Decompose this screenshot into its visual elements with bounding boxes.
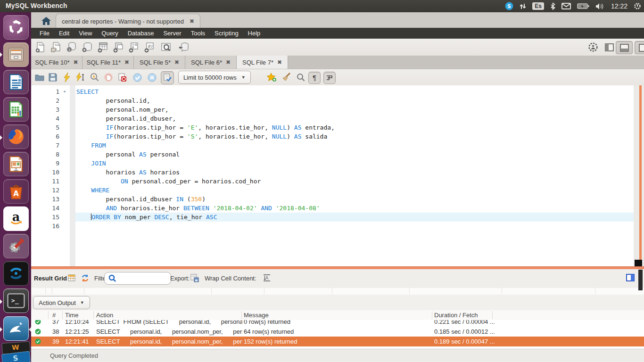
- menu-view[interactable]: View: [74, 29, 97, 38]
- code-line[interactable]: 5 IF(horarios.tip_hor = 'E', horarios.ti…: [31, 123, 634, 132]
- wrap-text-button[interactable]: [323, 72, 336, 84]
- action-output-dropdown[interactable]: Action Output ▼: [33, 296, 90, 309]
- code-line[interactable]: 8 personal AS personal: [31, 150, 634, 159]
- bluetooth-icon[interactable]: [550, 2, 555, 10]
- code-line[interactable]: 15 ORDER BY nom_per DESC, tie_hor ASC: [31, 213, 634, 222]
- launcher-item-impress[interactable]: [3, 152, 29, 176]
- find-button[interactable]: [295, 72, 306, 83]
- close-icon[interactable]: ✖: [277, 59, 282, 66]
- code-line[interactable]: 3 personal.nom_per,: [31, 105, 634, 114]
- ubuntu-dash-button[interactable]: [3, 15, 29, 40]
- menu-file[interactable]: File: [35, 29, 54, 38]
- launcher-item-settings[interactable]: [3, 234, 29, 258]
- launcher-item-calc[interactable]: [3, 97, 29, 122]
- close-icon[interactable]: ✖: [226, 59, 231, 66]
- panel-toggle-blue-icon[interactable]: [626, 274, 635, 281]
- result-grid-scrollbar[interactable]: [638, 270, 643, 290]
- sql-file-tab[interactable]: SQL File 5*✖: [134, 56, 185, 69]
- create-schema-button[interactable]: [81, 41, 94, 53]
- close-icon[interactable]: ✖: [174, 59, 179, 66]
- code-line[interactable]: 10 horarios AS horarios: [31, 168, 634, 177]
- inspector-button[interactable]: i: [65, 41, 78, 53]
- menu-edit[interactable]: Edit: [54, 29, 74, 38]
- mail-icon[interactable]: [561, 3, 571, 9]
- menu-database[interactable]: Database: [123, 29, 159, 38]
- launcher-item-mysql-workbench[interactable]: [3, 316, 29, 341]
- refresh-icon[interactable]: [81, 274, 89, 282]
- sql-file-tab[interactable]: SQL File 6*✖: [185, 56, 237, 69]
- close-icon[interactable]: ✖: [124, 59, 129, 66]
- preferences-button[interactable]: [586, 41, 600, 53]
- code-line[interactable]: 13 personal.id_dbuser IN (350): [31, 195, 634, 204]
- home-tab[interactable]: [37, 14, 56, 27]
- save-button[interactable]: [47, 72, 58, 83]
- code-line[interactable]: 9 JOIN: [31, 159, 634, 168]
- limit-rows-dropdown[interactable]: Limit to 50000 rows ▼: [178, 71, 251, 84]
- action-output-row[interactable]: 3912:21:41SELECT personal.id, personal.n…: [31, 337, 644, 346]
- editor-vertical-scrollbar[interactable]: [634, 85, 644, 266]
- toggle-sidebar-button[interactable]: [603, 41, 616, 53]
- sql-code-editor[interactable]: 1•SELECT2 personal.id,3 personal.nom_per…: [31, 85, 634, 266]
- battery-icon[interactable]: [577, 3, 589, 9]
- launcher-item-terminal[interactable]: >_: [3, 288, 29, 313]
- search-data-button[interactable]: [159, 41, 173, 53]
- sql-file-tab[interactable]: SQL File 7*✖: [237, 56, 288, 69]
- execute-query-button[interactable]: [61, 72, 73, 83]
- execute-current-statement-button[interactable]: [75, 72, 86, 83]
- beautify-query-button[interactable]: [281, 72, 292, 83]
- launcher-item-software-center[interactable]: A: [3, 179, 29, 204]
- code-line[interactable]: 4 personal.id_dbuser,: [31, 114, 634, 123]
- launcher-item-swirl-app[interactable]: [3, 261, 29, 286]
- create-procedure-button[interactable]: [127, 41, 140, 53]
- wrap-cell-icon[interactable]: A: [263, 274, 271, 281]
- toggle-secondary-sidebar-button[interactable]: [635, 41, 644, 54]
- menu-server[interactable]: Server: [158, 29, 186, 38]
- toggle-autocommit-button[interactable]: [161, 71, 174, 84]
- reconnect-dbms-button[interactable]: [177, 41, 190, 53]
- commit-button[interactable]: [132, 72, 143, 83]
- code-line[interactable]: 14 AND horarios.tie_hor BETWEEN '2018-04…: [31, 204, 634, 213]
- scrollbar-thumb[interactable]: [639, 85, 642, 266]
- close-icon[interactable]: ✖: [190, 18, 194, 25]
- open-sql-script-button[interactable]: SQL: [50, 41, 63, 53]
- menu-scripting[interactable]: Scripting: [210, 29, 243, 38]
- code-line[interactable]: 1•SELECT: [31, 87, 634, 96]
- action-output-row[interactable]: 3712:10:24SELECT FROM (SELECT personal.i…: [31, 320, 644, 327]
- clock[interactable]: 12:22: [611, 2, 627, 10]
- launcher-item-firefox[interactable]: [3, 124, 29, 149]
- create-view-button[interactable]: [112, 41, 125, 53]
- launcher-item-files[interactable]: [3, 42, 29, 67]
- sql-file-tab[interactable]: SQL File 10*✖: [31, 56, 83, 69]
- sql-file-tab[interactable]: SQL File 11*✖: [83, 56, 134, 69]
- code-line[interactable]: 6 IF(horarios.tip_hor = 'S', horarios.ti…: [31, 132, 634, 141]
- code-line[interactable]: 16: [31, 222, 634, 230]
- menu-tools[interactable]: Tools: [186, 29, 210, 38]
- launcher-item-writer[interactable]: [3, 70, 29, 94]
- session-gear-icon[interactable]: [634, 2, 641, 10]
- launcher-item-amazon[interactable]: a: [3, 206, 29, 231]
- connection-tab[interactable]: central de reportes - Warning - not supp…: [56, 14, 200, 28]
- code-line[interactable]: 12 WHERE: [31, 186, 634, 195]
- save-snippet-button[interactable]: [266, 72, 277, 83]
- show-invisibles-button[interactable]: ¶: [308, 72, 321, 84]
- skype-icon[interactable]: S: [505, 2, 513, 10]
- keyboard-layout-indicator[interactable]: Es: [532, 2, 544, 10]
- volume-icon[interactable]: [595, 3, 605, 10]
- create-table-button[interactable]: [96, 41, 109, 53]
- new-sql-tab-button[interactable]: SQL: [34, 41, 47, 53]
- export-icon[interactable]: [190, 274, 199, 282]
- code-line[interactable]: 7 FROM: [31, 141, 634, 150]
- rollback-button[interactable]: [146, 72, 157, 83]
- code-line[interactable]: 11 ON personal.cod_per = horarios.cod_ho…: [31, 177, 634, 186]
- create-function-button[interactable]: f(): [143, 41, 156, 53]
- stop-query-button[interactable]: [103, 72, 114, 83]
- open-file-button[interactable]: [34, 72, 45, 83]
- filter-rows-search-input[interactable]: [104, 272, 171, 285]
- toggle-stop-on-error-button[interactable]: [116, 72, 128, 83]
- menu-query[interactable]: Query: [97, 29, 123, 38]
- code-line[interactable]: 2 personal.id,: [31, 96, 634, 105]
- menu-help[interactable]: Help: [243, 29, 265, 38]
- action-output-row[interactable]: 3812:21:25SELECT personal.id, personal.n…: [31, 327, 644, 337]
- explain-plan-button[interactable]: [89, 72, 100, 83]
- close-icon[interactable]: ✖: [74, 59, 78, 66]
